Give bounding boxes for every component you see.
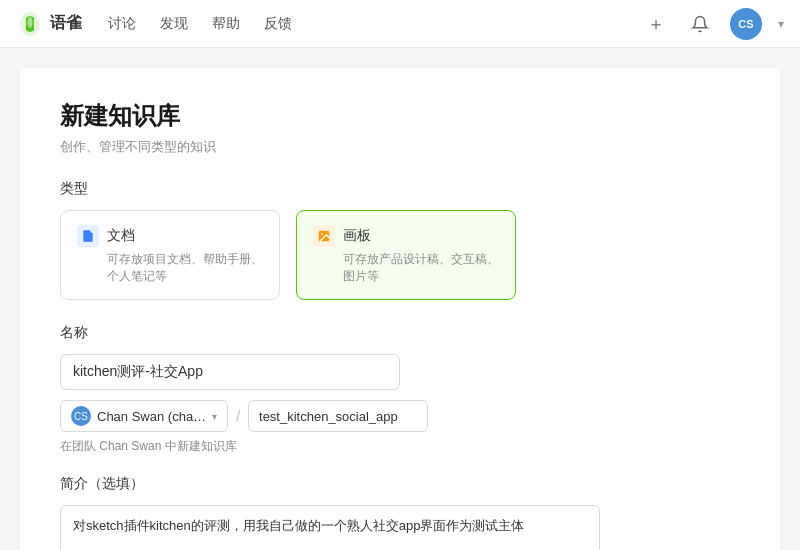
desc-section: 简介（选填） [60, 475, 740, 550]
owner-hint: 在团队 Chan Swan 中新建知识库 [60, 438, 740, 455]
page-title: 新建知识库 [60, 100, 740, 132]
owner-name-label: Chan Swan (cha… [97, 409, 206, 424]
notification-icon[interactable] [686, 10, 714, 38]
nav-link-help[interactable]: 帮助 [210, 11, 242, 37]
owner-chevron-icon: ▾ [212, 411, 217, 422]
name-input[interactable] [60, 354, 400, 390]
user-avatar[interactable]: CS [730, 8, 762, 40]
desc-textarea[interactable] [60, 505, 600, 550]
page-subtitle: 创作、管理不同类型的知识 [60, 138, 740, 156]
nav-links: 讨论 发现 帮助 反馈 [106, 11, 642, 37]
logo-area: 语雀 [16, 10, 82, 38]
logo-icon [16, 10, 44, 38]
nav-link-discuss[interactable]: 讨论 [106, 11, 138, 37]
main-content: 新建知识库 创作、管理不同类型的知识 类型 文档 可存放项目文档、帮助手册、个人… [20, 68, 780, 550]
type-card-doc[interactable]: 文档 可存放项目文档、帮助手册、个人笔记等 [60, 210, 280, 300]
board-icon [313, 225, 335, 247]
owner-row: CS Chan Swan (cha… ▾ / [60, 400, 740, 432]
type-section-label: 类型 [60, 180, 740, 198]
logo-text: 语雀 [50, 13, 82, 34]
type-cards: 文档 可存放项目文档、帮助手册、个人笔记等 画板 可存放产品设计稿、交互稿、图片… [60, 210, 740, 300]
owner-avatar-small: CS [71, 406, 91, 426]
navbar: 语雀 讨论 发现 帮助 反馈 ＋ CS ▾ [0, 0, 800, 48]
owner-select[interactable]: CS Chan Swan (cha… ▾ [60, 400, 228, 432]
name-label: 名称 [60, 324, 740, 342]
board-card-title: 画板 [343, 227, 371, 245]
doc-icon [77, 225, 99, 247]
desc-label: 简介（选填） [60, 475, 740, 493]
doc-card-title: 文档 [107, 227, 135, 245]
name-section: 名称 CS Chan Swan (cha… ▾ / 在团队 Chan Swan … [60, 324, 740, 455]
user-menu-chevron[interactable]: ▾ [778, 17, 784, 31]
svg-point-2 [321, 233, 323, 235]
add-button[interactable]: ＋ [642, 10, 670, 38]
board-card-desc: 可存放产品设计稿、交互稿、图片等 [313, 251, 499, 285]
nav-right: ＋ CS ▾ [642, 8, 784, 40]
doc-card-desc: 可存放项目文档、帮助手册、个人笔记等 [77, 251, 263, 285]
nav-link-feedback[interactable]: 反馈 [262, 11, 294, 37]
nav-link-discover[interactable]: 发现 [158, 11, 190, 37]
type-card-board[interactable]: 画板 可存放产品设计稿、交互稿、图片等 [296, 210, 516, 300]
path-slash: / [236, 408, 240, 424]
repo-name-input[interactable] [248, 400, 428, 432]
